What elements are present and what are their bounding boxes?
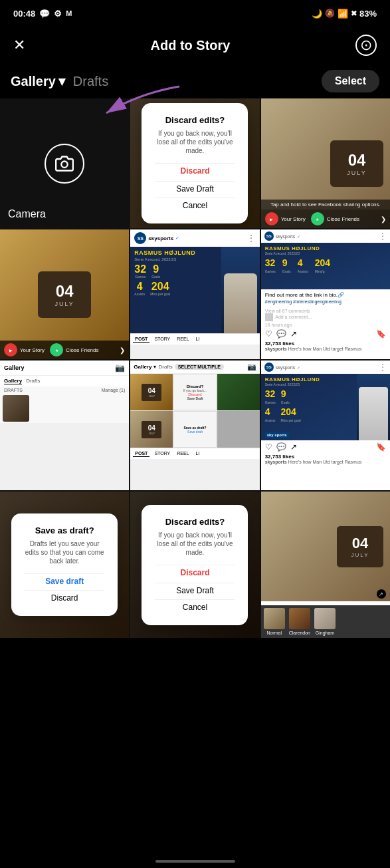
gallery-settings-icon[interactable]: 📷: [247, 362, 256, 371]
top-nav: ✕ Add to Story ⊙: [0, 27, 390, 64]
sky-avatar: SS: [134, 232, 146, 244]
g-thumb-1[interactable]: 04 JULY: [130, 374, 173, 410]
avatar-small: [265, 313, 273, 321]
reel-tab[interactable]: REEL: [175, 336, 191, 343]
ig-time-ago: 16 hours ago: [261, 323, 390, 327]
save-draft-btn-blue[interactable]: Save draft: [25, 577, 104, 586]
divider: [155, 163, 235, 164]
amber-bg: 04 JULY: [0, 229, 129, 359]
status-icons: 🌙 🔕 📶 ✖ 83%: [312, 9, 377, 19]
story-bar: ▶ Your Story ★ Close Friends ❯: [261, 210, 390, 228]
discard-dialog-2: Discard edits? If you go back now, you'l…: [130, 492, 259, 638]
gallery-select-cell[interactable]: Gallery ▾ Drafts SELECT MULTIPLE 📷 04 JU…: [130, 361, 259, 490]
like-icon-2[interactable]: ♡: [265, 442, 272, 452]
g-thumb-4[interactable]: 04 JULY: [130, 411, 173, 448]
ga-tab-drafts[interactable]: Drafts: [26, 378, 40, 384]
ig2-image-area: RASMUS HØJLUND Serie A record, 2022/23 3…: [261, 374, 390, 440]
post-tab-2[interactable]: POST: [133, 450, 149, 457]
gallery-label-2: Gallery: [134, 364, 151, 370]
gmail-icon: M: [66, 9, 72, 17]
ga-tab-gallery[interactable]: Gallery: [4, 378, 22, 384]
message-icon: 💬: [39, 9, 50, 19]
g-thumb-2[interactable]: Discard? If you go back... Discard Save …: [173, 374, 216, 410]
cancel-btn-2[interactable]: Cancel: [155, 603, 235, 612]
dialog-title-1: Discard edits?: [155, 115, 235, 125]
verified-icon-3: ✓: [297, 365, 300, 370]
sky-stats-2: 4 Assists 204 Mins per goal: [134, 281, 219, 296]
bookmark-icon-2[interactable]: 🔖: [376, 442, 386, 452]
camera-icon: [45, 144, 84, 184]
discard-btn-2[interactable]: Discard: [25, 593, 104, 603]
post-bar-2: POST STORY REEL LI: [130, 448, 259, 459]
story-tab[interactable]: STORY: [152, 336, 172, 343]
save-draft-cell[interactable]: 04 JULY Save as draft? Drafts let you sa…: [0, 492, 129, 638]
ga-section: DRAFTS Manage (1): [0, 386, 129, 394]
time-display: 00:48: [13, 9, 35, 19]
gallery-label-text: Gallery: [11, 74, 56, 89]
discard-box-2: Discard edits? If you go back now, you'l…: [142, 505, 248, 625]
ig-post-cell[interactable]: SS skysports ✓ ⋮ RASMUS HØJLUND Serie A …: [261, 229, 390, 359]
settings-icon[interactable]: ⊙: [355, 35, 377, 56]
share-icon[interactable]: ↗: [290, 329, 297, 339]
filter-clarendon[interactable]: Clarendon: [289, 608, 310, 635]
more-options-icon[interactable]: ⋮: [246, 233, 256, 243]
mute-icon: 🔕: [325, 9, 335, 18]
ig-view-comments[interactable]: View all 67 comments: [261, 309, 390, 313]
calendar-block-3: 04 JULY: [38, 271, 91, 318]
cal-filters-cell[interactable]: 04 JULY ↗ Normal Clarendon Gingham: [261, 492, 390, 638]
comment-icon-2[interactable]: 💬: [276, 442, 286, 452]
g-thumb-3[interactable]: [217, 374, 260, 410]
ga-title: Gallery: [4, 364, 25, 371]
expand-icon[interactable]: ↗: [377, 589, 386, 599]
live-tab[interactable]: LI: [194, 336, 202, 343]
ga-empty-area: [0, 423, 129, 490]
more-icon-2[interactable]: ⋮: [379, 362, 387, 372]
cal-amber-cell[interactable]: 04 JULY ▶ Your Story ★ Close Friends ❯: [0, 229, 129, 359]
calendar-cell-1[interactable]: 04 JULY Tap and hold to see Facebook sha…: [261, 98, 390, 228]
ga-thumb-1[interactable]: [3, 395, 29, 422]
filter-normal[interactable]: Normal: [264, 608, 285, 635]
ig2-caption: skysports Here's how Man Utd target Rasm…: [261, 460, 390, 464]
sky-subtitle: Serie A record, 2022/23: [134, 257, 219, 261]
ga-thumbs: [0, 394, 129, 423]
discard-button-1[interactable]: Discard: [155, 166, 235, 176]
g-thumb-5[interactable]: Save as draft? Save draft: [173, 411, 216, 448]
select-multiple-button[interactable]: SELECT MULTIPLE: [175, 364, 224, 370]
bookmark-icon[interactable]: 🔖: [376, 329, 386, 339]
discard-dialog-cell-1[interactable]: 04 JULY Discard edits? If you go back no…: [130, 98, 259, 228]
close-button[interactable]: ✕: [13, 37, 25, 54]
live-tab-2[interactable]: LI: [194, 450, 202, 457]
status-time-area: 00:48 💬 ⚙ M: [13, 9, 72, 19]
comment-icon[interactable]: 💬: [276, 329, 286, 339]
discard-dialog-cell-2[interactable]: 04 JULY Discard edits? If you go back no…: [130, 492, 259, 638]
discard-btn-red-2[interactable]: Discard: [155, 568, 235, 577]
home-indicator-area: [0, 638, 390, 658]
more-icon[interactable]: ⋮: [379, 231, 387, 241]
skysports-post-cell[interactable]: SS skysports ✓ ⋮ RASMUS HØJLUND Serie A …: [130, 229, 259, 359]
select-button[interactable]: Select: [322, 70, 379, 92]
close-friends-label: Close Friends: [327, 216, 359, 222]
post-tab[interactable]: POST: [133, 336, 149, 343]
gallery-app-cell-1[interactable]: Gallery 📷 Gallery Drafts DRAFTS Manage (…: [0, 361, 129, 490]
ig-caption-bottom: skysports Here's how Man Utd target Rasm…: [261, 347, 390, 351]
filter-gingham[interactable]: Gingham: [314, 608, 336, 635]
sky-username: skysports: [148, 235, 173, 241]
player-name: RASMUS HØJLUND: [134, 249, 219, 256]
g-thumb-6[interactable]: [217, 411, 260, 448]
ga-instagram-icon: 📷: [115, 363, 125, 372]
save-draft-button-1[interactable]: Save Draft: [155, 184, 235, 194]
like-icon[interactable]: ♡: [265, 329, 272, 339]
cancel-button-1[interactable]: Cancel: [155, 201, 235, 210]
ig2-likes: 32,753 likes: [261, 454, 390, 460]
camera-cell[interactable]: Camera: [0, 98, 129, 228]
save-draft-dialog: Save as draft? Drafts let you save your …: [0, 492, 129, 638]
save-draft-btn-2[interactable]: Save Draft: [155, 586, 235, 595]
share-icon-2[interactable]: ↗: [290, 442, 297, 452]
reel-tab-2[interactable]: REEL: [175, 450, 191, 457]
ig-screenshot-cell[interactable]: SS skysports ✓ ⋮ RASMUS HØJLUND Serie A …: [261, 361, 390, 490]
your-story-label: Your Story: [281, 216, 306, 222]
gallery-dropdown[interactable]: Gallery ▾: [11, 73, 65, 89]
ig-top-link: Find out more at the link in bio.🔗#engin…: [261, 289, 390, 309]
story-tab-2[interactable]: STORY: [152, 450, 172, 457]
drafts-tab[interactable]: Drafts: [73, 74, 108, 89]
